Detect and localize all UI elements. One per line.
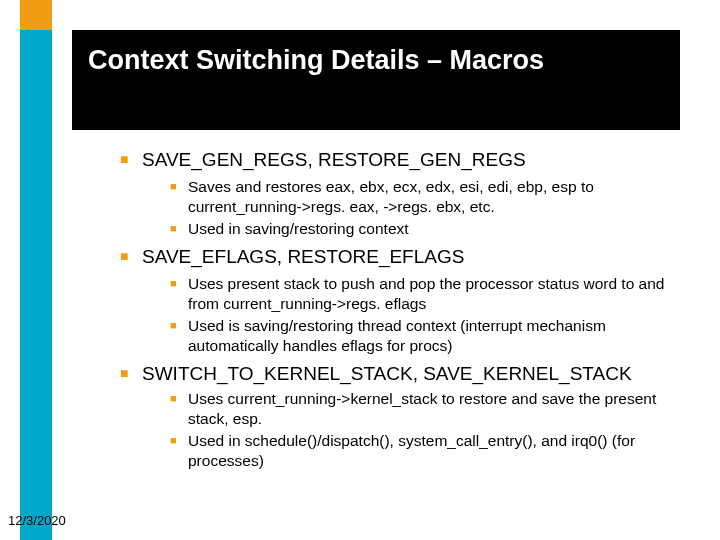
bullet-text: Saves and restores eax, ebx, ecx, edx, e… — [188, 178, 594, 215]
bullet-level1: SAVE_EFLAGS, RESTORE_EFLAGS Uses present… — [120, 245, 690, 356]
slide-content: SAVE_GEN_REGS, RESTORE_GEN_REGS Saves an… — [120, 148, 690, 476]
bullet-level2: Used in saving/restoring context — [170, 219, 690, 239]
bullet-level1: SAVE_GEN_REGS, RESTORE_GEN_REGS Saves an… — [120, 148, 690, 239]
bullet-text: Used in schedule()/dispatch(), system_ca… — [188, 432, 635, 469]
bullet-text: Used is saving/restoring thread context … — [188, 317, 606, 354]
bullet-text: SAVE_EFLAGS, RESTORE_EFLAGS — [142, 246, 464, 267]
slide-date: 12/3/2020 — [8, 513, 66, 528]
bullet-text: SAVE_GEN_REGS, RESTORE_GEN_REGS — [142, 149, 526, 170]
bullet-text: SWITCH_TO_KERNEL_STACK, SAVE_KERNEL_STAC… — [142, 363, 632, 384]
bullet-level2: Used is saving/restoring thread context … — [170, 316, 690, 356]
bullet-text: Uses current_running->kernel_stack to re… — [188, 390, 656, 427]
bullet-text: Used in saving/restoring context — [188, 220, 409, 237]
orange-accent-block — [20, 0, 52, 30]
slide-title: Context Switching Details – Macros — [88, 44, 664, 78]
left-accent-stripe — [20, 0, 52, 540]
bullet-level2: Uses present stack to push and pop the p… — [170, 274, 690, 314]
bullet-level1: SWITCH_TO_KERNEL_STACK, SAVE_KERNEL_STAC… — [120, 362, 690, 471]
bullet-level2: Saves and restores eax, ebx, ecx, edx, e… — [170, 177, 690, 217]
title-box: Context Switching Details – Macros — [72, 30, 680, 130]
bullet-text: Uses present stack to push and pop the p… — [188, 275, 664, 312]
bullet-level2: Used in schedule()/dispatch(), system_ca… — [170, 431, 690, 471]
bullet-level2: Uses current_running->kernel_stack to re… — [170, 389, 690, 429]
